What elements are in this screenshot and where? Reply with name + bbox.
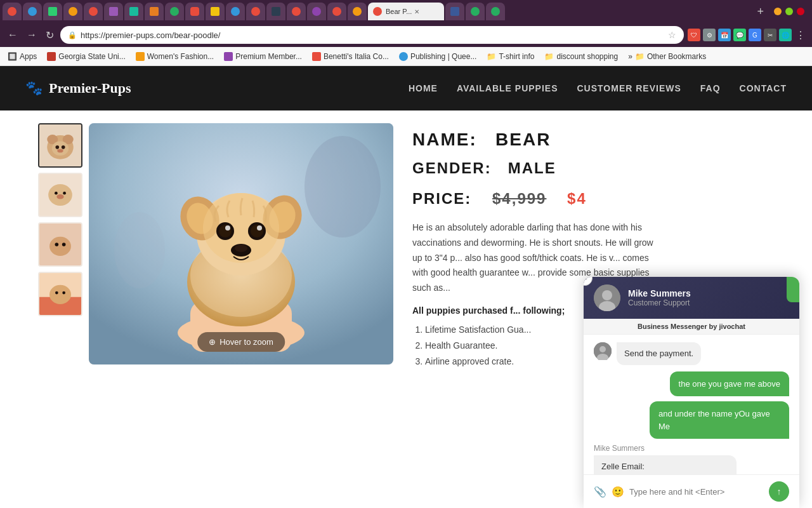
chat-system-message: Send the payment. [594, 342, 789, 365]
svg-point-23 [304, 136, 381, 237]
bookmark-premium[interactable]: Premium Member... [221, 51, 304, 62]
chat-widget: × Mike Summers Customer Support Business… [584, 277, 799, 508]
logo-dog-icon: 🐾 [25, 80, 43, 97]
nav-customer-reviews[interactable]: CUSTOMER REVIEWS [577, 83, 681, 93]
back-button[interactable]: ← [5, 28, 20, 42]
tab-3[interactable] [43, 3, 62, 20]
tab-2[interactable] [23, 3, 42, 20]
price-sale: $4 [567, 190, 587, 208]
tab-6[interactable] [104, 3, 123, 20]
forward-button[interactable]: → [24, 28, 39, 42]
nav-links: HOME AVAILABLE PUPPIES CUSTOMER REVIEWS … [409, 83, 787, 93]
thumbnail-3[interactable] [38, 222, 82, 267]
payment-info-text: Zelle Email: PREMIERS2PUPS@GMAIL.COM Rec… [594, 455, 737, 474]
reload-button[interactable]: ↻ [43, 28, 56, 43]
chat-header-info: Mike Summers Customer Support [628, 288, 789, 307]
tab-19[interactable] [445, 3, 464, 20]
bookmark-tshirt[interactable]: 📁 T-shirt info [484, 51, 537, 62]
svg-point-52 [599, 346, 606, 352]
svg-point-6 [62, 145, 65, 149]
tab-9[interactable] [165, 3, 184, 20]
user-message-2: and under the name yOu gave Me [594, 401, 789, 439]
svg-point-12 [56, 194, 63, 199]
tab-8[interactable] [145, 3, 164, 20]
site-navigation: 🐾 Premier-Pups HOME AVAILABLE PUPPIES CU… [0, 66, 812, 110]
ext-crop-icon[interactable]: ✂ [764, 29, 776, 41]
tab-bar: Bear P... ✕ + [0, 0, 812, 23]
tab-4[interactable] [63, 3, 82, 20]
thumbnail-1[interactable] [38, 123, 82, 168]
site-logo[interactable]: 🐾 Premier-Pups [25, 80, 131, 97]
tab-14[interactable] [266, 3, 285, 20]
tab-20[interactable] [466, 3, 485, 20]
ext-menu-icon[interactable]: ⋮ [794, 29, 807, 41]
tab-7[interactable] [124, 3, 143, 20]
ext-shield-icon[interactable]: 🛡 [688, 29, 700, 41]
bookmark-benettis[interactable]: Benetti's Italia Co... [310, 51, 391, 62]
website: 🐾 Premier-Pups HOME AVAILABLE PUPPIES CU… [0, 66, 812, 508]
thumbnail-list [38, 123, 82, 495]
bookmark-other[interactable]: » 📁 Other Bookmarks [625, 51, 709, 62]
svg-point-16 [62, 243, 66, 246]
bookmarks-bar: 🔲 Apps Georgia State Uni... Women's Fash… [0, 47, 812, 66]
tab-18[interactable] [348, 3, 367, 20]
nav-available-puppies[interactable]: AVAILABLE PUPPIES [457, 83, 558, 93]
url-bar[interactable]: 🔒 https://premier-pups.com/bear-poodle/ … [60, 26, 684, 44]
nav-contact[interactable]: CONTACT [740, 83, 787, 93]
svg-point-20 [55, 291, 58, 295]
bookmark-discount[interactable]: 📁 discount shopping [542, 51, 620, 62]
svg-point-11 [63, 192, 66, 195]
bookmark-publishing[interactable]: Publishing | Quee... [396, 51, 480, 62]
tab-5[interactable] [84, 3, 103, 20]
ext-globe-icon[interactable]: 🌐 [779, 29, 792, 41]
tab-17[interactable] [327, 3, 346, 20]
tab-21[interactable] [486, 3, 505, 20]
chat-close-button[interactable]: × [584, 277, 593, 286]
svg-point-10 [55, 192, 58, 195]
tab-13[interactable] [246, 3, 265, 20]
tab-11[interactable] [206, 3, 225, 20]
thumbnail-4[interactable] [38, 272, 82, 316]
tab-1[interactable] [3, 3, 22, 20]
benettis-icon [312, 52, 321, 61]
tab-15[interactable] [287, 3, 306, 20]
bookmark-star-icon[interactable]: ☆ [668, 30, 676, 40]
chat-input-area: 📎 🙂 ↑ [584, 474, 799, 508]
tab-16[interactable] [307, 3, 326, 20]
svg-point-19 [49, 285, 71, 304]
tab-10[interactable] [185, 3, 204, 20]
chat-send-button[interactable]: ↑ [769, 481, 789, 502]
ext-g-icon[interactable]: G [749, 29, 761, 41]
ext-calendar-icon[interactable]: 📅 [718, 29, 731, 41]
chat-powered-by: Business Messenger by jivochat [584, 319, 799, 335]
tab-close-icon[interactable]: ✕ [414, 8, 419, 15]
nav-faq[interactable]: FAQ [700, 83, 721, 93]
bookmark-womens[interactable]: Women's Fashion... [133, 51, 216, 62]
maximize-button[interactable] [785, 8, 793, 15]
discount-icon: 📁 [544, 52, 554, 61]
minimize-button[interactable] [774, 8, 782, 15]
bookmark-apps[interactable]: 🔲 Apps [5, 51, 39, 62]
svg-point-14 [49, 237, 71, 256]
payment-message: Zelle Email: PREMIERS2PUPS@GMAIL.COM Rec… [594, 455, 789, 474]
ext-puzzle-icon[interactable]: ⚙ [703, 29, 716, 41]
publishing-icon [399, 52, 408, 61]
tab-active[interactable]: Bear P... ✕ [368, 3, 444, 20]
sender-label: Mike Summers [594, 444, 789, 453]
tab-12[interactable] [226, 3, 245, 20]
chat-emoji-button[interactable]: 🙂 [612, 486, 624, 498]
chat-input-field[interactable] [629, 487, 764, 497]
chat-agent-name: Mike Summers [628, 288, 789, 298]
close-button[interactable] [797, 8, 804, 15]
chat-attach-button[interactable]: 📎 [594, 486, 606, 498]
hover-zoom-button[interactable]: ⊕ Hover to zoom [197, 332, 285, 352]
product-gender: GENDER: MALE [412, 159, 774, 177]
svg-point-49 [602, 290, 612, 300]
bookmark-georgia[interactable]: Georgia State Uni... [44, 51, 128, 62]
thumbnail-2[interactable] [38, 173, 82, 217]
chat-header-accent [787, 277, 799, 302]
ext-chat-icon[interactable]: 💬 [733, 29, 746, 41]
nav-home[interactable]: HOME [409, 83, 438, 93]
new-tab-button[interactable]: + [753, 4, 768, 20]
logo-text: Premier-Pups [49, 80, 131, 97]
